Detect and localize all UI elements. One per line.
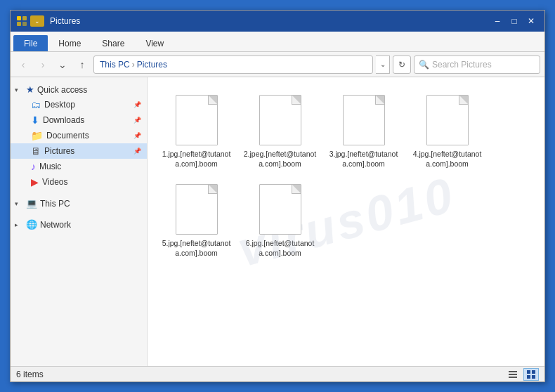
svg-rect-0	[17, 16, 21, 20]
sidebar-label-videos: Videos	[42, 177, 67, 187]
video-icon: ▶	[31, 176, 39, 188]
network-chevron: ▸	[15, 221, 23, 228]
tab-share[interactable]: Share	[91, 35, 135, 51]
file-icon-wrap	[171, 181, 222, 237]
window-title: Pictures	[50, 16, 80, 26]
maximize-button[interactable]: □	[507, 14, 522, 28]
svg-rect-6	[509, 377, 517, 378]
svg-rect-3	[22, 22, 27, 26]
sidebar-label-documents: Documents	[46, 131, 89, 141]
search-box[interactable]: 🔍 Search Pictures	[414, 55, 540, 74]
sidebar: ▾ ★ Quick access 🗂 Desktop 📌 ⬇ Downloads…	[11, 77, 148, 366]
file-item[interactable]: 4.jpg.[neftet@tutanota.com].boom	[407, 86, 488, 172]
file-name: 1.jpg.[neftet@tutanota.com].boom	[159, 150, 233, 169]
up-button[interactable]: ↑	[74, 56, 91, 73]
file-page-icon	[259, 95, 301, 145]
svg-rect-8	[532, 370, 535, 374]
file-page-corner	[292, 185, 301, 193]
sidebar-item-desktop[interactable]: 🗂 Desktop 📌	[11, 97, 147, 112]
path-this-pc[interactable]: This PC	[100, 60, 130, 70]
this-pc-icon: 💻	[26, 198, 37, 209]
sidebar-network-label: Network	[40, 220, 71, 230]
ribbon: File Home Share View	[11, 32, 544, 52]
sidebar-item-downloads[interactable]: ⬇ Downloads 📌	[11, 112, 147, 128]
qs-icon: ⌄	[30, 15, 44, 27]
quick-access-label: Quick access	[37, 85, 87, 95]
file-icon-wrap	[422, 92, 473, 148]
file-page-corner	[459, 96, 468, 104]
pin-icon-downloads: 📌	[133, 117, 141, 124]
file-item[interactable]: 1.jpg.[neftet@tutanota.com].boom	[156, 86, 237, 172]
quick-access-toolbar: ⌄	[30, 15, 44, 27]
svg-rect-10	[532, 375, 535, 379]
tab-view[interactable]: View	[135, 35, 174, 51]
tab-file[interactable]: File	[13, 35, 48, 51]
file-item[interactable]: 2.jpeg.[neftet@tutanota.com].boom	[240, 86, 320, 172]
forward-button[interactable]: ›	[34, 56, 51, 73]
minimize-button[interactable]: –	[490, 14, 505, 28]
sidebar-quick-access[interactable]: ▾ ★ Quick access	[11, 80, 147, 97]
file-item[interactable]: 6.jpg.[neftet@tutanota.com].boom	[240, 175, 320, 261]
status-bar: 6 items	[11, 366, 544, 381]
sidebar-label-desktop: Desktop	[44, 100, 75, 110]
list-view-icon	[508, 370, 518, 379]
item-count: 6 items	[16, 370, 44, 379]
sidebar-item-music[interactable]: ♪ Music	[11, 159, 147, 174]
file-item[interactable]: 3.jpg.[neftet@tutanota.com].boom	[323, 86, 404, 172]
file-area: 1.jpg.[neftet@tutanota.com].boom 2.jpeg.…	[148, 77, 544, 270]
title-bar: ⌄ Pictures – □ ✕	[11, 11, 544, 32]
svg-rect-2	[17, 22, 21, 26]
address-path[interactable]: This PC › Pictures	[93, 55, 373, 74]
sidebar-item-videos[interactable]: ▶ Videos	[11, 174, 147, 190]
file-icon-wrap	[255, 92, 306, 148]
sidebar-label-music: Music	[39, 162, 61, 171]
address-dropdown-button[interactable]: ⌄	[376, 55, 390, 74]
file-page-icon	[343, 95, 385, 145]
file-icon-wrap	[171, 92, 222, 148]
back-button[interactable]: ‹	[15, 56, 32, 73]
svg-rect-1	[22, 16, 27, 20]
main-area: ▾ ★ Quick access 🗂 Desktop 📌 ⬇ Downloads…	[11, 77, 544, 366]
pin-icon-pictures: 📌	[133, 148, 141, 155]
file-name: 6.jpg.[neftet@tutanota.com].boom	[243, 239, 317, 258]
network-icon: 🌐	[26, 219, 37, 230]
music-icon: ♪	[31, 161, 36, 172]
file-page-corner	[376, 96, 384, 104]
sidebar-this-pc[interactable]: ▾ 💻 This PC	[11, 194, 147, 211]
file-page-corner	[292, 96, 301, 104]
file-item[interactable]: 5.jpg.[neftet@tutanota.com].boom	[156, 175, 237, 261]
folder-documents-icon: 📁	[31, 130, 43, 141]
close-button[interactable]: ✕	[523, 14, 539, 28]
file-page-icon	[176, 184, 218, 235]
tile-view-button[interactable]	[523, 368, 539, 381]
pin-icon-desktop: 📌	[133, 101, 141, 108]
file-name: 5.jpg.[neftet@tutanota.com].boom	[159, 239, 233, 258]
file-page-icon	[176, 95, 218, 145]
ribbon-tabs: File Home Share View	[11, 32, 544, 51]
sidebar-item-pictures[interactable]: 🖥 Pictures 📌	[11, 143, 147, 159]
search-placeholder: Search Pictures	[432, 60, 492, 70]
download-icon: ⬇	[31, 115, 39, 126]
file-name: 3.jpg.[neftet@tutanota.com].boom	[327, 150, 400, 169]
refresh-button[interactable]: ↻	[393, 55, 411, 74]
dropdown-button[interactable]: ⌄	[54, 56, 71, 73]
file-page-icon	[426, 95, 469, 145]
window-icon	[16, 15, 27, 27]
sidebar-item-documents[interactable]: 📁 Documents 📌	[11, 128, 147, 143]
file-name: 4.jpg.[neftet@tutanota.com].boom	[410, 150, 484, 169]
search-icon: 🔍	[419, 60, 429, 70]
sidebar-network[interactable]: ▸ 🌐 Network	[11, 215, 147, 232]
folder-desktop-icon: 🗂	[31, 99, 41, 110]
path-pictures[interactable]: Pictures	[137, 60, 167, 70]
list-view-button[interactable]	[505, 368, 521, 381]
svg-rect-7	[527, 370, 530, 374]
file-page-icon	[259, 184, 301, 235]
tab-home[interactable]: Home	[48, 35, 91, 51]
path-separator-1: ›	[132, 60, 135, 70]
sidebar-label-pictures: Pictures	[44, 146, 74, 156]
svg-rect-5	[509, 374, 517, 375]
file-page-corner	[209, 96, 217, 104]
svg-rect-4	[509, 371, 517, 372]
file-page-corner	[209, 185, 217, 193]
address-bar: ‹ › ⌄ ↑ This PC › Pictures ⌄ ↻ 🔍 Search …	[11, 52, 544, 77]
